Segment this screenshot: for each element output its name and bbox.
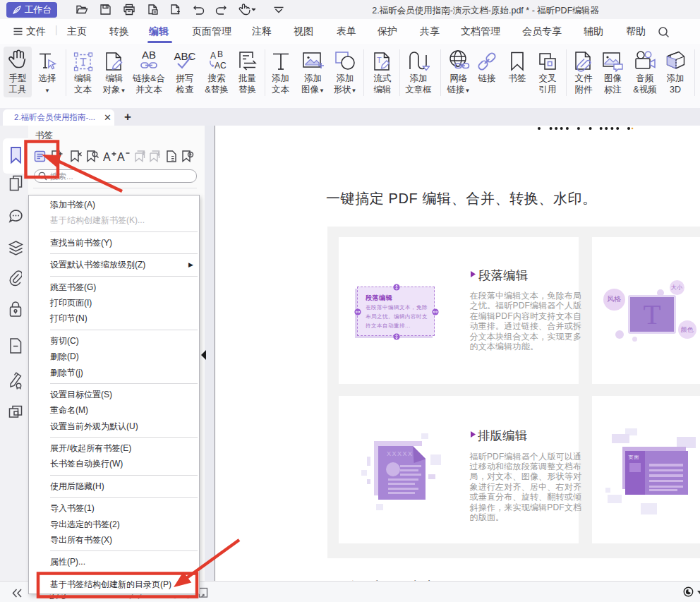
svg-text:AB: AB <box>142 49 156 61</box>
svg-text:A: A <box>117 151 125 162</box>
svg-text:T: T <box>377 56 382 64</box>
svg-text:AC: AC <box>215 61 227 71</box>
svg-text:ABC: ABC <box>174 50 196 62</box>
svg-text:A: A <box>103 151 111 162</box>
svg-text:A: A <box>210 51 216 61</box>
svg-text:B: B <box>217 49 223 59</box>
